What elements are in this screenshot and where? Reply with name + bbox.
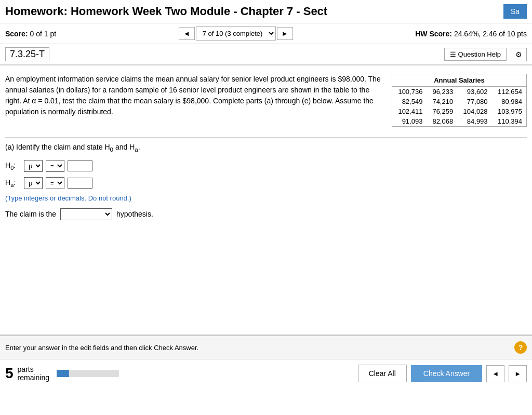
parts-label-parts: parts	[18, 365, 49, 373]
page-header: Homework: Homework Week Two Module - Cha…	[0, 0, 532, 23]
settings-button[interactable]: ⚙	[511, 48, 527, 61]
table-cell: 104,028	[457, 106, 491, 116]
bottom-prev-button[interactable]: ◄	[486, 365, 504, 382]
progress-bar-fill	[57, 370, 69, 377]
part-a-text2: and H	[113, 143, 135, 151]
problem-text: An employment information service claims…	[5, 74, 383, 117]
bottom-next-button[interactable]: ►	[509, 365, 527, 382]
h0-value-input[interactable]	[68, 160, 92, 171]
question-progress-select[interactable]: 7 of 10 (3 complete)	[196, 26, 276, 41]
question-help-area: ☰ Question Help ⚙	[444, 48, 527, 61]
table-cell: 103,975	[492, 106, 526, 116]
score-label: Score:	[5, 30, 28, 38]
table-cell: 80,984	[492, 97, 526, 106]
salary-table: Annual Salaries 100,73696,23393,602112,6…	[392, 74, 526, 126]
footer-hint-text: Enter your answer in the edit fields and…	[5, 344, 198, 352]
page-title: Homework: Homework Week Two Module - Cha…	[5, 5, 503, 18]
table-cell: 82,549	[392, 97, 427, 106]
claim-type-dropdown[interactable]: null alternative	[60, 208, 112, 220]
problem-description: An employment information service claims…	[5, 74, 383, 117]
content-area: An employment information service claims…	[0, 65, 532, 336]
table-cell: 82,068	[427, 116, 457, 126]
question-help-label: Question Help	[458, 50, 501, 58]
score-value: 0 of 1 pt	[30, 30, 57, 38]
table-cell: 84,993	[457, 116, 491, 126]
table-row: 102,41176,259104,028103,975	[392, 106, 526, 116]
footer-hint: Enter your answer in the edit fields and…	[0, 336, 532, 359]
ha-param-dropdown[interactable]: μσp	[24, 177, 43, 189]
next-question-button[interactable]: ►	[277, 27, 293, 40]
table-cell: 100,736	[392, 87, 427, 97]
hw-score-section: HW Score: 24.64%, 2.46 of 10 pts	[415, 30, 527, 38]
help-circle-button[interactable]: ?	[514, 341, 527, 354]
part-a-section: (a) Identify the claim and state H0 and …	[5, 143, 527, 220]
part-a-text: (a) Identify the claim and state H	[5, 143, 110, 151]
navigation-center: ◄ 7 of 10 (3 complete) ►	[179, 26, 293, 41]
ha-value-input[interactable]	[68, 178, 92, 189]
clear-all-button[interactable]: Clear All	[358, 365, 407, 382]
claim-suffix: hypothesis.	[116, 210, 153, 218]
claim-prefix: The claim is the	[5, 210, 56, 218]
h0-operator-dropdown[interactable]: =≠<>≤≥	[46, 160, 64, 172]
table-cell: 91,093	[392, 116, 427, 126]
parts-label-remaining: remaining	[18, 373, 49, 382]
h0-label: H0:	[5, 161, 21, 171]
bottom-right-section: Clear All Check Answer ◄ ►	[358, 365, 527, 382]
progress-bar	[57, 370, 119, 377]
table-cell: 76,259	[427, 106, 457, 116]
table-cell: 74,210	[427, 97, 457, 106]
h0-row: H0: μσp =≠<>≤≥	[5, 160, 527, 172]
hw-score-label: HW Score:	[415, 30, 452, 38]
table-header: Annual Salaries	[392, 74, 526, 87]
table-cell: 96,233	[427, 87, 457, 97]
hw-score-value: 24.64%, 2.46 of 10 pts	[454, 30, 527, 38]
parts-remaining-section: 5 parts remaining	[5, 365, 119, 382]
question-help-button[interactable]: ☰ Question Help	[444, 48, 507, 61]
table-cell: 112,654	[492, 87, 526, 97]
ha-row: Ha: μσp =≠<>≤≥	[5, 177, 527, 189]
table-cell: 110,394	[492, 116, 526, 126]
question-id: 7.3.25-T	[5, 47, 49, 61]
prev-question-button[interactable]: ◄	[179, 27, 195, 40]
part-a-text3: .	[138, 143, 140, 151]
bottom-bar: 5 parts remaining Clear All Check Answer…	[0, 359, 532, 387]
save-button[interactable]: Sa	[503, 4, 527, 19]
ha-operator-dropdown[interactable]: =≠<>≤≥	[46, 177, 64, 189]
table-row: 100,73696,23393,602112,654	[392, 87, 526, 97]
check-answer-button[interactable]: Check Answer	[411, 365, 482, 382]
salary-table-wrapper: Annual Salaries 100,73696,23393,602112,6…	[392, 74, 527, 127]
question-id-bar: 7.3.25-T ☰ Question Help ⚙	[0, 44, 532, 65]
table-cell: 93,602	[457, 87, 491, 97]
score-section: Score: 0 of 1 pt	[5, 30, 56, 38]
table-row: 82,54974,21077,08080,984	[392, 97, 526, 106]
list-icon: ☰	[450, 50, 456, 58]
part-a-title: (a) Identify the claim and state H0 and …	[5, 143, 527, 153]
h0-param-dropdown[interactable]: μσp	[24, 160, 43, 172]
problem-section: An employment information service claims…	[5, 74, 527, 127]
nav-bar: Score: 0 of 1 pt ◄ 7 of 10 (3 complete) …	[0, 23, 532, 44]
table-cell: 77,080	[457, 97, 491, 106]
claim-row: The claim is the null alternative hypoth…	[5, 208, 527, 220]
type-hint: (Type integers or decimals. Do not round…	[5, 194, 527, 202]
ha-label: Ha:	[5, 178, 21, 188]
table-row: 91,09382,06884,993110,394	[392, 116, 526, 126]
parts-remaining-number: 5	[5, 366, 14, 381]
table-cell: 102,411	[392, 106, 427, 116]
